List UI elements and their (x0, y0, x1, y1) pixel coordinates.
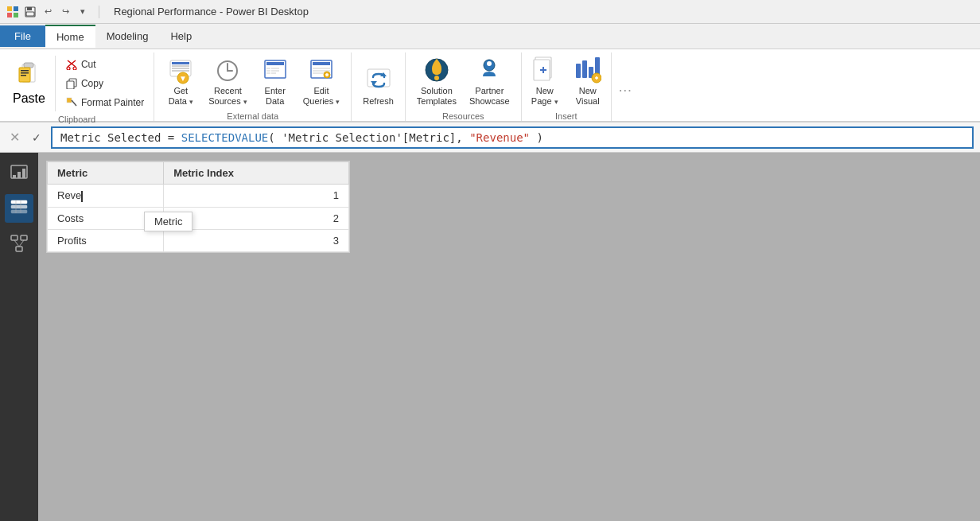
svg-line-76 (19, 240, 24, 247)
new-page-icon (531, 56, 559, 84)
formula-bar: ✕ ✓ Metric Selected = SELECTEDVALUE( 'Me… (0, 122, 980, 153)
menu-item-file[interactable]: File (0, 25, 45, 47)
new-visual-button[interactable]: NewVisual (568, 56, 608, 108)
svg-point-51 (487, 61, 492, 66)
cursor-indicator (81, 191, 83, 202)
cut-icon (65, 58, 78, 71)
svg-rect-23 (172, 65, 189, 67)
svg-point-16 (73, 67, 76, 70)
refresh-button[interactable]: Refresh (358, 56, 399, 108)
menu-item-modeling[interactable]: Modeling (95, 25, 160, 47)
clipboard-label: Clipboard (58, 113, 95, 126)
clipboard-group: Paste Cut (0, 52, 154, 121)
external-data-label: External data (227, 110, 278, 123)
svg-rect-18 (67, 81, 74, 89)
refresh-label: Refresh (363, 96, 394, 107)
partner-showcase-label: PartnerShowcase (469, 86, 510, 107)
enter-data-icon (261, 57, 290, 84)
resources-content: SolutionTemplates PartnerShowcase (412, 52, 515, 110)
data-table-container: Metric Metric Index Reve 1 Costs (46, 161, 350, 253)
svg-rect-57 (582, 60, 587, 78)
external-data-group: ▼ GetData ▾ RecentSources ▾ (154, 52, 352, 121)
save-icon[interactable] (24, 6, 37, 18)
svg-rect-73 (21, 235, 27, 240)
svg-rect-69 (11, 210, 27, 213)
redo-icon[interactable]: ↪ (59, 6, 72, 18)
ribbon: Paste Cut (0, 49, 980, 122)
svg-rect-25 (172, 70, 189, 72)
resources-group: SolutionTemplates PartnerShowcase Resour… (406, 52, 522, 121)
svg-rect-5 (27, 7, 32, 10)
menu-bar: File Home Modeling Help (0, 24, 980, 49)
paste-label: Paste (13, 91, 45, 106)
clipboard-right: Cut Copy (59, 56, 147, 111)
get-data-button[interactable]: ▼ GetData ▾ (161, 56, 200, 108)
svg-rect-6 (26, 12, 34, 16)
svg-rect-8 (24, 63, 33, 68)
paste-button[interactable]: Paste (6, 60, 52, 107)
recent-sources-label: RecentSources ▾ (208, 86, 247, 107)
svg-rect-65 (18, 172, 21, 178)
copy-icon (65, 77, 78, 90)
cut-button[interactable]: Cut (62, 56, 147, 73)
title-bar-icons: ↩ ↪ ▾ (6, 6, 104, 18)
formula-input[interactable]: Metric Selected = SELECTEDVALUE( 'Metric… (51, 126, 974, 149)
sidebar-icon-data[interactable] (5, 194, 33, 223)
copy-label: Copy (81, 78, 103, 89)
new-page-button[interactable]: NewPage ▾ (525, 56, 565, 108)
new-page-label: NewPage ▾ (531, 86, 558, 107)
edit-queries-button[interactable]: EditQueries ▾ (298, 56, 345, 108)
app-icon (6, 6, 19, 18)
insert-group: NewPage ▾ NewVisual Inse (522, 52, 612, 121)
svg-rect-68 (11, 205, 27, 208)
get-data-icon: ▼ (166, 57, 195, 84)
clipboard-left: Paste (6, 56, 56, 111)
svg-rect-24 (172, 68, 189, 69)
format-painter-icon (65, 96, 78, 109)
solution-templates-icon (422, 56, 451, 84)
format-painter-button[interactable]: Format Painter (62, 94, 147, 111)
recent-sources-button[interactable]: RecentSources ▾ (204, 56, 251, 108)
edit-queries-icon (307, 57, 336, 84)
dropdown-icon[interactable]: ▾ (76, 6, 89, 18)
paste-icon (16, 61, 41, 91)
new-visual-icon (574, 56, 602, 84)
ribbon-overflow[interactable]: … (612, 52, 639, 121)
clipboard-content: Paste Cut (6, 52, 147, 113)
formula-confirm-button[interactable]: ✓ (29, 131, 45, 144)
svg-rect-67 (11, 200, 27, 204)
svg-rect-22 (172, 62, 189, 64)
svg-rect-74 (16, 247, 22, 251)
insert-label: Insert (555, 110, 578, 123)
insert-content: NewPage ▾ NewVisual (525, 52, 608, 110)
column-header-metric-index: Metric Index (164, 162, 349, 185)
edit-queries-label: EditQueries ▾ (303, 86, 340, 107)
partner-showcase-button[interactable]: PartnerShowcase (465, 56, 515, 108)
sidebar-icon-model[interactable] (5, 229, 33, 258)
svg-rect-10 (21, 70, 29, 72)
svg-text:▼: ▼ (179, 74, 187, 83)
menu-item-help[interactable]: Help (159, 25, 203, 47)
solution-templates-label: SolutionTemplates (417, 86, 457, 107)
format-painter-label: Format Painter (81, 97, 144, 108)
title-divider (99, 6, 99, 18)
svg-rect-45 (368, 69, 390, 87)
enter-data-button[interactable]: EnterData (255, 56, 295, 108)
sidebar-icon-report[interactable] (5, 159, 33, 188)
cell-metric-0: Reve (48, 185, 164, 208)
table-row[interactable]: Costs 2 (48, 207, 349, 229)
svg-rect-11 (21, 72, 29, 74)
copy-button[interactable]: Copy (62, 75, 147, 92)
table-row[interactable]: Profits 3 (48, 229, 349, 251)
svg-point-15 (67, 67, 70, 70)
svg-rect-12 (21, 75, 26, 76)
formula-cancel-button[interactable]: ✕ (6, 130, 22, 145)
svg-rect-30 (266, 62, 284, 65)
get-data-label: GetData ▾ (169, 86, 193, 107)
menu-item-home[interactable]: Home (45, 25, 95, 48)
solution-templates-button[interactable]: SolutionTemplates (412, 56, 461, 108)
enter-data-label: EnterData (265, 86, 286, 107)
cell-index-0: 1 (164, 185, 349, 208)
undo-icon[interactable]: ↩ (41, 6, 54, 18)
table-row[interactable]: Reve 1 (48, 185, 349, 208)
